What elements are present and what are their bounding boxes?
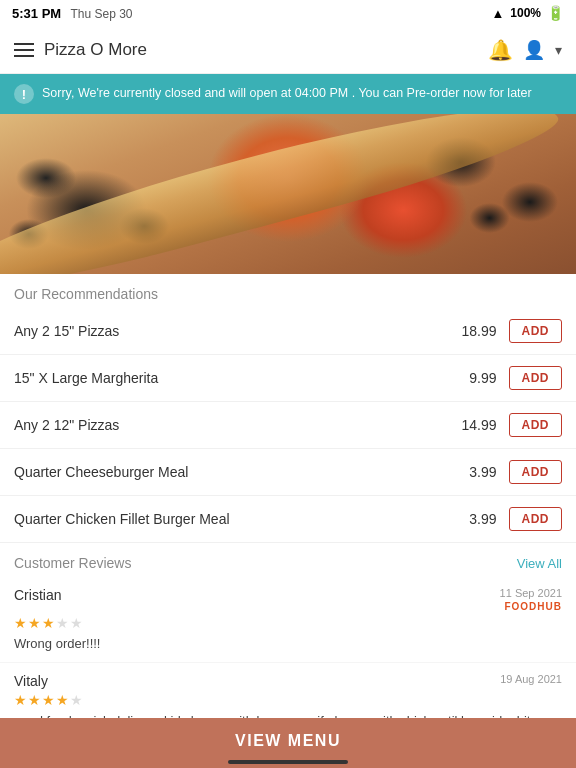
status-time-date: 5:31 PM Thu Sep 30 [12, 6, 133, 21]
battery-icon: 🔋 [547, 5, 564, 21]
review-text: Wrong order!!!! [14, 636, 100, 651]
menu-item-name: Any 2 12" Pizzas [14, 417, 461, 433]
review-meta: 11 Sep 2021 FOODHUB [500, 587, 562, 612]
filled-star: ★ [28, 615, 41, 631]
menu-item-name: Quarter Cheeseburger Meal [14, 464, 461, 480]
review-date: 19 Aug 2021 [500, 673, 562, 685]
recommendations-list: Any 2 15" Pizzas 18.99 ADD 15" X Large M… [0, 308, 576, 543]
star-rating: ★★★★★ [14, 692, 562, 708]
filled-star: ★ [42, 692, 55, 708]
review-header: Vitaly 19 Aug 2021 [14, 673, 562, 689]
filled-star: ★ [56, 692, 69, 708]
menu-item: Any 2 12" Pizzas 14.99 ADD [0, 402, 576, 449]
menu-item: Any 2 15" Pizzas 18.99 ADD [0, 308, 576, 355]
add-to-cart-button[interactable]: ADD [509, 460, 563, 484]
home-indicator [228, 760, 348, 764]
add-to-cart-button[interactable]: ADD [509, 507, 563, 531]
menu-item-right: 9.99 ADD [461, 366, 563, 390]
alert-icon: ! [14, 84, 34, 104]
hero-image [0, 114, 576, 274]
filled-star: ★ [28, 692, 41, 708]
hamburger-menu-button[interactable] [14, 43, 34, 57]
filled-star: ★ [42, 615, 55, 631]
battery-percent: 100% [510, 6, 541, 20]
alert-banner: ! Sorry, We're currently closed and will… [0, 74, 576, 114]
review-item: Cristian 11 Sep 2021 FOODHUB ★★★★★ Wrong… [0, 577, 576, 663]
navbar: Pizza O More 🔔 👤 ▾ [0, 26, 576, 74]
menu-item-name: 15" X Large Margherita [14, 370, 461, 386]
wifi-icon: ▲ [491, 6, 504, 21]
menu-item-right: 18.99 ADD [461, 319, 563, 343]
menu-item-right: 14.99 ADD [461, 413, 563, 437]
empty-star: ★ [70, 692, 83, 708]
menu-item: 15" X Large Margherita 9.99 ADD [0, 355, 576, 402]
reviews-title: Customer Reviews [14, 555, 131, 571]
add-to-cart-button[interactable]: ADD [509, 413, 563, 437]
alert-text: Sorry, We're currently closed and will o… [42, 85, 532, 103]
chevron-down-icon[interactable]: ▾ [555, 42, 562, 58]
menu-item-name: Any 2 15" Pizzas [14, 323, 461, 339]
menu-item-price: 18.99 [461, 323, 497, 339]
reviewer-name: Cristian [14, 587, 61, 603]
menu-item-name: Quarter Chicken Fillet Burger Meal [14, 511, 461, 527]
status-time: 5:31 PM [12, 6, 61, 21]
empty-star: ★ [70, 615, 83, 631]
view-all-reviews-button[interactable]: View All [517, 556, 562, 571]
profile-icon[interactable]: 👤 [523, 39, 545, 61]
add-to-cart-button[interactable]: ADD [509, 366, 563, 390]
menu-item-right: 3.99 ADD [461, 507, 563, 531]
filled-star: ★ [14, 615, 27, 631]
reviewer-name: Vitaly [14, 673, 48, 689]
menu-item: Quarter Cheeseburger Meal 3.99 ADD [0, 449, 576, 496]
review-meta: 19 Aug 2021 [500, 673, 562, 685]
menu-item-price: 14.99 [461, 417, 497, 433]
recommendations-title: Our Recommendations [0, 274, 576, 308]
menu-item: Quarter Chicken Fillet Burger Meal 3.99 … [0, 496, 576, 543]
menu-item-price: 3.99 [461, 464, 497, 480]
status-bar: 5:31 PM Thu Sep 30 ▲ 100% 🔋 [0, 0, 576, 26]
navbar-title: Pizza O More [44, 40, 147, 60]
menu-item-price: 9.99 [461, 370, 497, 386]
filled-star: ★ [14, 692, 27, 708]
star-rating: ★★★★★ [14, 615, 562, 631]
reviews-header: Customer Reviews View All [0, 543, 576, 577]
menu-item-right: 3.99 ADD [461, 460, 563, 484]
add-to-cart-button[interactable]: ADD [509, 319, 563, 343]
status-indicators: ▲ 100% 🔋 [491, 5, 564, 21]
empty-star: ★ [56, 615, 69, 631]
bell-icon[interactable]: 🔔 [488, 38, 513, 62]
status-date: Thu Sep 30 [70, 7, 132, 21]
review-header: Cristian 11 Sep 2021 FOODHUB [14, 587, 562, 612]
review-source: FOODHUB [504, 601, 562, 612]
menu-item-price: 3.99 [461, 511, 497, 527]
navbar-right: 🔔 👤 ▾ [488, 38, 562, 62]
navbar-left: Pizza O More [14, 40, 147, 60]
review-date: 11 Sep 2021 [500, 587, 562, 599]
view-menu-label: VIEW MENU [235, 732, 341, 749]
